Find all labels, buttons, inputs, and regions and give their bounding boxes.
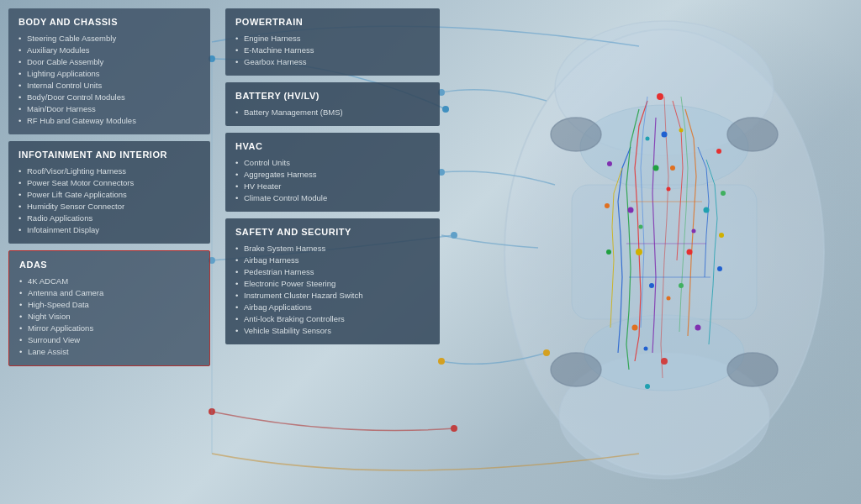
svg-point-30 xyxy=(719,233,724,238)
list-item: High-Speed Data xyxy=(19,298,199,310)
list-item: Engine Harness xyxy=(235,32,430,44)
svg-point-43 xyxy=(442,106,449,113)
list-item: Door Cable Assembly xyxy=(18,55,200,67)
list-item: Electronic Power Steering xyxy=(235,277,430,289)
svg-point-16 xyxy=(653,165,659,171)
list-item: Power Lift Gate Applications xyxy=(18,188,200,200)
infotainment-title: INFOTAINMENT AND INTERIOR xyxy=(18,150,200,160)
list-item: Airbag Applications xyxy=(235,301,430,312)
adas-title: ADAS xyxy=(19,260,199,270)
list-item: Infotainment Display xyxy=(18,223,200,235)
list-item: Control Units xyxy=(235,156,430,168)
panel-infotainment: INFOTAINMENT AND INTERIOR Roof/Visor/Lig… xyxy=(8,141,210,244)
svg-point-33 xyxy=(605,203,610,208)
svg-point-37 xyxy=(667,187,671,192)
list-item: Humidity Sensor Connector xyxy=(18,200,200,212)
svg-point-19 xyxy=(704,207,710,213)
list-item: Radio Applications xyxy=(18,212,200,223)
list-item: Internal Control Units xyxy=(18,79,200,91)
adas-list: 4K ADCAM Antenna and Camera High-Speed D… xyxy=(19,275,199,357)
panel-body-chassis: BODY AND CHASSIS Steering Cable Assembly… xyxy=(8,8,210,134)
list-item: Brake System Harness xyxy=(235,242,430,254)
list-item: Power Seat Motor Connectors xyxy=(18,176,200,188)
list-item: HV Heater xyxy=(235,180,430,192)
list-item: Climate Control Module xyxy=(235,192,430,203)
svg-point-50 xyxy=(438,358,445,365)
svg-point-17 xyxy=(670,165,675,171)
list-item: Mirror Applications xyxy=(19,322,199,333)
svg-point-1 xyxy=(504,29,824,475)
svg-rect-6 xyxy=(572,185,757,319)
safety-title: SAFETY AND SECURITY xyxy=(235,227,430,237)
svg-point-34 xyxy=(606,249,611,255)
middle-column: POWERTRAIN Engine Harness E-Machine Harn… xyxy=(225,8,440,344)
battery-list: Battery Management (BMS) xyxy=(235,106,430,118)
list-item: E-Machine Harness xyxy=(235,44,430,55)
svg-point-36 xyxy=(646,137,650,141)
list-item: Roof/Visor/Lighting Harness xyxy=(18,165,200,176)
svg-point-40 xyxy=(667,297,671,301)
panel-safety: SAFETY AND SECURITY Brake System Harness… xyxy=(225,218,440,344)
list-item: Lane Assist xyxy=(19,345,199,357)
list-item: Steering Cable Assembly xyxy=(18,32,200,44)
list-item: RF Hub and Gateway Modules xyxy=(18,114,200,126)
list-item: Night Vision xyxy=(19,310,199,322)
list-item: Instrument Cluster Hazard Switch xyxy=(235,289,430,301)
list-item: Gearbox Harness xyxy=(235,55,430,67)
svg-point-38 xyxy=(639,225,643,229)
powertrain-title: POWERTRAIN xyxy=(235,17,430,27)
svg-point-22 xyxy=(649,283,654,288)
list-item: Antenna and Camera xyxy=(19,286,199,298)
safety-list: Brake System Harness Airbag Harness Pede… xyxy=(235,242,430,336)
list-item: Anti-lock Braking Controllers xyxy=(235,312,430,324)
panel-battery: BATTERY (HV/LV) Battery Management (BMS) xyxy=(225,82,440,126)
svg-point-35 xyxy=(679,129,684,133)
panel-adas: ADAS 4K ADCAM Antenna and Camera High-Sp… xyxy=(8,250,210,366)
svg-point-49 xyxy=(451,425,457,432)
list-item: 4K ADCAM xyxy=(19,275,199,286)
body-chassis-list: Steering Cable Assembly Auxiliary Module… xyxy=(18,32,200,126)
list-item: Battery Management (BMS) xyxy=(235,106,430,118)
svg-point-26 xyxy=(661,358,668,365)
panel-powertrain: POWERTRAIN Engine Harness E-Machine Harn… xyxy=(225,8,440,76)
svg-point-41 xyxy=(644,347,648,351)
list-item: Vehicle Stability Sensors xyxy=(235,324,430,336)
svg-point-27 xyxy=(645,384,650,389)
svg-point-51 xyxy=(543,349,550,356)
svg-point-39 xyxy=(692,229,696,234)
svg-point-23 xyxy=(679,283,684,288)
list-item: Body/Door Control Modules xyxy=(18,91,200,102)
main-container: BODY AND CHASSIS Steering Cable Assembly… xyxy=(0,0,861,504)
svg-point-32 xyxy=(607,161,612,166)
svg-point-21 xyxy=(687,249,693,255)
svg-point-5 xyxy=(584,315,744,391)
svg-point-2 xyxy=(555,21,774,155)
list-item: Surround View xyxy=(19,333,199,345)
svg-point-9 xyxy=(551,353,601,386)
svg-point-31 xyxy=(717,266,722,271)
svg-point-7 xyxy=(551,118,601,151)
svg-point-3 xyxy=(559,353,769,479)
svg-point-20 xyxy=(636,249,642,255)
hvac-title: HVAC xyxy=(235,141,430,151)
svg-point-18 xyxy=(628,207,634,213)
hvac-list: Control Units Aggregates Harness HV Heat… xyxy=(235,156,430,203)
svg-point-24 xyxy=(632,325,638,331)
list-item: Lighting Applications xyxy=(18,67,200,79)
panel-hvac: HVAC Control Units Aggregates Harness HV… xyxy=(225,133,440,212)
svg-rect-0 xyxy=(446,0,861,504)
svg-point-15 xyxy=(662,132,668,138)
list-item: Auxiliary Modules xyxy=(18,44,200,55)
body-chassis-title: BODY AND CHASSIS xyxy=(18,17,200,27)
battery-title: BATTERY (HV/LV) xyxy=(235,91,430,101)
list-item: Main/Door Harness xyxy=(18,102,200,114)
svg-point-14 xyxy=(657,93,663,100)
infotainment-list: Roof/Visor/Lighting Harness Power Seat M… xyxy=(18,165,200,235)
powertrain-list: Engine Harness E-Machine Harness Gearbox… xyxy=(235,32,430,67)
svg-point-47 xyxy=(451,232,457,239)
svg-point-25 xyxy=(695,325,701,331)
svg-point-28 xyxy=(716,149,721,154)
left-column: BODY AND CHASSIS Steering Cable Assembly… xyxy=(8,8,210,366)
svg-point-4 xyxy=(580,105,748,189)
svg-point-29 xyxy=(721,191,726,196)
